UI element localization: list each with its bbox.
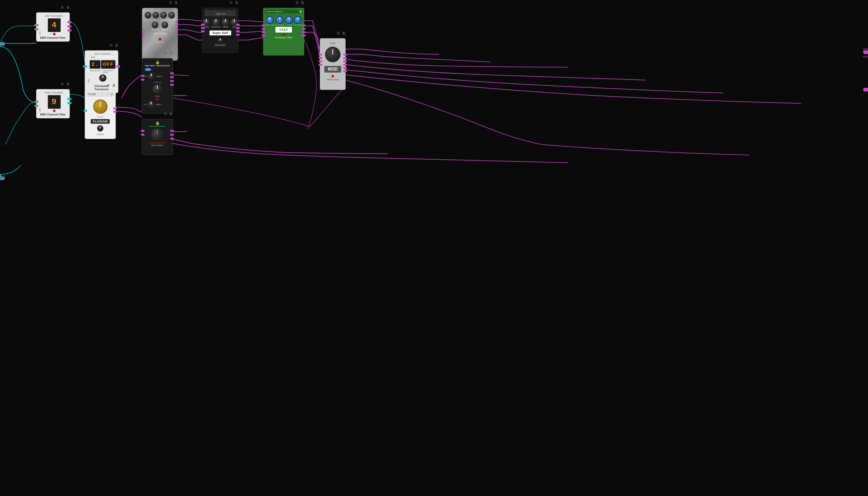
dist-output-3[interactable] <box>236 30 240 32</box>
input-port-3[interactable] <box>34 101 38 103</box>
sg-output-2[interactable] <box>343 57 347 59</box>
dist-main-knob[interactable] <box>218 37 223 43</box>
left-edge-connector-2[interactable] <box>0 176 5 180</box>
drums-output-2[interactable] <box>113 111 117 113</box>
activate-knob[interactable] <box>294 16 302 24</box>
output-port-2[interactable] <box>67 25 72 27</box>
ct-output-port-1[interactable] <box>116 65 120 67</box>
attack-knob-calf[interactable] <box>285 16 293 24</box>
nd-output-3[interactable] <box>175 28 178 30</box>
drive-knob[interactable] <box>222 18 229 26</box>
dist-output-2[interactable] <box>236 27 240 29</box>
input-port-4[interactable] <box>34 105 38 107</box>
reson-knob[interactable] <box>161 22 168 28</box>
cutoff-knob[interactable] <box>152 22 158 28</box>
input-gain-knob[interactable] <box>266 16 274 24</box>
gain2-knob[interactable] <box>148 101 155 108</box>
drums-header-dropdown[interactable]: TR-808 ▾ <box>87 92 114 96</box>
dist-input-3[interactable] <box>201 30 205 32</box>
sg-output-3[interactable] <box>343 60 347 62</box>
trash-icon-sw[interactable]: 🗑 <box>169 112 173 116</box>
sg-input-3[interactable] <box>319 60 322 62</box>
nd-input-1[interactable] <box>142 29 144 31</box>
drums-output-1[interactable] <box>113 107 117 109</box>
trash-icon-3[interactable]: 🗑 <box>115 43 118 47</box>
switchbox-module[interactable]: ⚙ 🗑 🔒 SWITCHBOX <box>142 119 173 155</box>
release-knob[interactable] <box>168 12 175 19</box>
sw-output-2[interactable] <box>170 134 174 136</box>
midi-channel-filter-1[interactable]: ⚙ 🗑 x42 MIDI CHANNEL 4 MIDI Channel Filt… <box>36 12 70 42</box>
distortion-module[interactable]: ⚙ 🗑 Super Soft LEVEL <box>202 8 238 53</box>
sg-output-4[interactable] <box>343 64 347 66</box>
sw-output-1[interactable] <box>170 130 174 132</box>
calf-output-4[interactable] <box>302 35 306 36</box>
gear-icon-dist[interactable]: ⚙ <box>229 1 233 5</box>
xo-output-2[interactable] <box>170 76 174 78</box>
dist-output-1[interactable] <box>236 24 240 26</box>
order-2-active[interactable] <box>145 68 151 71</box>
gear-icon-xo[interactable]: ⚙ <box>164 51 167 55</box>
drums-level-knob[interactable] <box>93 99 107 114</box>
nd-input-3[interactable] <box>142 36 144 37</box>
dist-input-2[interactable] <box>201 27 205 29</box>
nd-output-2[interactable] <box>175 25 178 26</box>
sg-input-4[interactable] <box>319 64 322 66</box>
gear-icon-drums[interactable]: ⚙ <box>107 83 110 87</box>
xo-output-4[interactable] <box>170 84 174 86</box>
ct-input-port-1[interactable] <box>83 65 87 67</box>
left-edge-connector-1[interactable] <box>0 42 5 46</box>
gear-icon-3[interactable]: ⚙ <box>109 43 113 47</box>
trash-icon-xo[interactable]: 🗑 <box>169 51 173 55</box>
lowpass-knob[interactable] <box>212 18 220 26</box>
fluidgm-drums-module[interactable]: ⚙ 🗑 TR-808 ▾ LEVEL FLUIDGM Drums <box>85 90 116 139</box>
sw-input-2[interactable] <box>141 134 144 136</box>
calf-output-2[interactable] <box>302 28 306 30</box>
sg-output-1[interactable] <box>343 54 347 56</box>
trash-icon-1[interactable]: 🗑 <box>66 5 70 9</box>
sg-output-5[interactable] <box>343 67 347 69</box>
drums-small-knob[interactable] <box>97 125 103 131</box>
nd-output-1[interactable] <box>175 21 178 23</box>
output-port-1[interactable] <box>67 21 72 23</box>
midi-channel-filter-2[interactable]: ⚙ 🗑 x42 MIDI CHANNEL 9 MIDI Channel Filt… <box>36 89 70 118</box>
gear-icon-2[interactable]: ⚙ <box>61 82 64 86</box>
gear-icon-sg[interactable]: ⚙ <box>337 31 340 35</box>
dist-input-1[interactable] <box>201 24 205 26</box>
trash-icon-nd[interactable]: 🗑 <box>174 1 178 5</box>
xo-output-1[interactable] <box>170 72 174 74</box>
sw-output-3[interactable] <box>170 138 174 140</box>
gear-icon-calf[interactable]: ⚙ <box>295 1 299 5</box>
transpose-knob[interactable] <box>99 74 106 82</box>
trash-icon-sg[interactable]: 🗑 <box>342 31 346 35</box>
drums-input-1[interactable] <box>83 110 87 112</box>
nd-output-4[interactable] <box>175 31 178 33</box>
input-port-2[interactable] <box>34 28 38 30</box>
right-edge-connector-2[interactable] <box>863 88 868 91</box>
calf-output-3[interactable] <box>302 31 306 33</box>
sw-input-1[interactable] <box>141 130 144 132</box>
output-port-5[interactable] <box>67 102 72 104</box>
trash-icon-drums[interactable]: 🗑 <box>112 83 116 87</box>
trash-icon-2[interactable]: 🗑 <box>66 82 70 86</box>
xo-output-3[interactable] <box>170 80 174 82</box>
attack-knob[interactable] <box>145 12 151 19</box>
calf-input-2[interactable] <box>262 28 265 30</box>
freq-knob[interactable] <box>152 84 162 94</box>
switchbox-knob[interactable] <box>151 128 164 141</box>
input-port-1[interactable] <box>34 24 38 26</box>
output-port-4[interactable] <box>67 98 72 100</box>
xo-input-1[interactable] <box>141 75 144 77</box>
sustain-knob[interactable] <box>160 12 167 19</box>
gain1-knob[interactable] <box>148 72 155 80</box>
calf-output-1[interactable] <box>302 25 306 26</box>
gear-icon-nd[interactable]: ⚙ <box>169 1 172 5</box>
calf-input-1[interactable] <box>262 25 265 26</box>
sg-output-6[interactable] <box>343 71 347 72</box>
decay-knob[interactable] <box>152 12 159 19</box>
gear-icon-1[interactable]: ⚙ <box>61 5 64 9</box>
trash-icon-dist[interactable]: 🗑 <box>235 1 238 5</box>
crossover-module[interactable]: ⚙ 🗑 🔒 TWO-WAY CROSSOVER 1 3 GAIN 1 20.00… <box>142 58 173 114</box>
xo-input-2[interactable] <box>141 79 144 81</box>
nd-input-2[interactable] <box>142 32 144 34</box>
response-knob[interactable] <box>276 16 284 24</box>
